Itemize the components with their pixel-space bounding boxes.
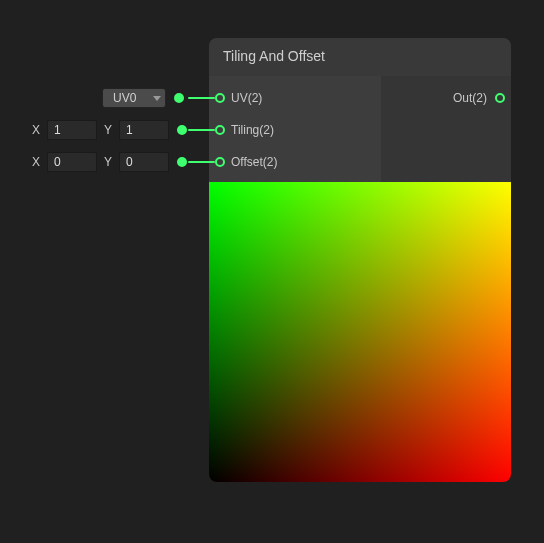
inline-port-icon[interactable]: [177, 157, 187, 167]
output-port-out[interactable]: Out(2): [381, 82, 511, 114]
x-label: X: [29, 152, 43, 172]
port-label: UV(2): [231, 91, 262, 105]
input-port-offset[interactable]: Offset(2): [209, 146, 381, 178]
inline-port-icon[interactable]: [174, 93, 184, 103]
x-label: X: [29, 120, 43, 140]
port-connector-icon[interactable]: [215, 93, 225, 103]
uv-channel-dropdown[interactable]: UV0: [102, 88, 166, 108]
node-preview: [209, 182, 511, 482]
node-title[interactable]: Tiling And Offset: [209, 38, 511, 76]
wire: [188, 97, 215, 99]
uv-inline-control: UV0: [102, 88, 184, 108]
port-connector-icon[interactable]: [215, 125, 225, 135]
output-ports-column: Out(2): [381, 76, 511, 182]
port-label: Tiling(2): [231, 123, 274, 137]
y-label: Y: [101, 120, 115, 140]
tiling-inline-control: X 1 Y 1: [29, 120, 187, 140]
input-ports-column: UV(2) Tiling(2) Offset(2): [209, 76, 381, 182]
input-port-tiling[interactable]: Tiling(2): [209, 114, 381, 146]
port-connector-icon[interactable]: [495, 93, 505, 103]
port-label: Out(2): [453, 91, 487, 105]
y-label: Y: [101, 152, 115, 172]
input-port-uv[interactable]: UV(2): [209, 82, 381, 114]
dropdown-value: UV0: [113, 91, 136, 105]
port-label: Offset(2): [231, 155, 277, 169]
port-connector-icon[interactable]: [215, 157, 225, 167]
wire: [188, 129, 215, 131]
tiling-x-input[interactable]: 1: [47, 120, 97, 140]
node-ports: UV(2) Tiling(2) Offset(2) Out(2): [209, 76, 511, 182]
inline-port-icon[interactable]: [177, 125, 187, 135]
tiling-y-input[interactable]: 1: [119, 120, 169, 140]
tiling-and-offset-node[interactable]: Tiling And Offset UV(2) Tiling(2) Offset…: [209, 38, 511, 482]
wire: [188, 161, 215, 163]
chevron-down-icon: [153, 96, 161, 101]
offset-y-input[interactable]: 0: [119, 152, 169, 172]
offset-inline-control: X 0 Y 0: [29, 152, 187, 172]
offset-x-input[interactable]: 0: [47, 152, 97, 172]
